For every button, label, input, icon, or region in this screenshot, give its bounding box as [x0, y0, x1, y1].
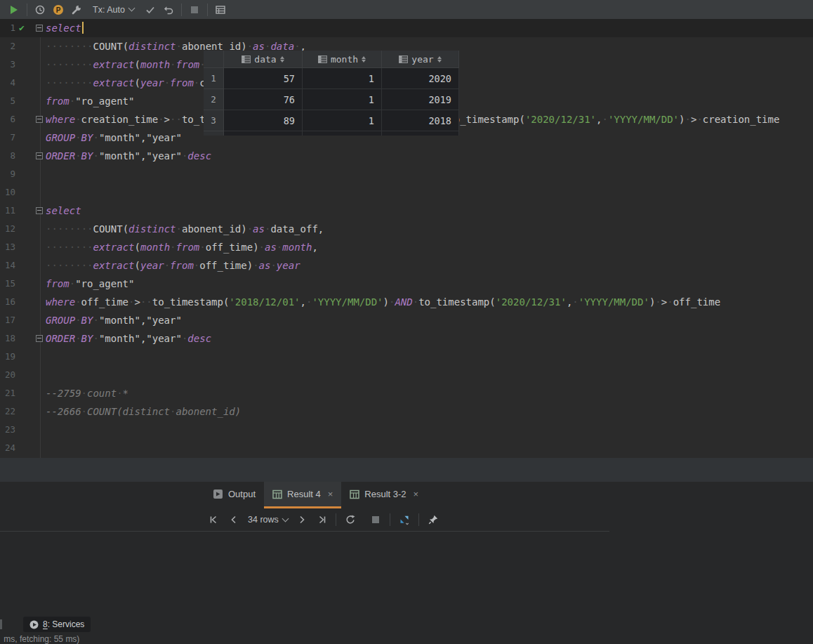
- last-page-button[interactable]: [312, 511, 331, 528]
- stop-query-button[interactable]: [366, 511, 385, 528]
- fold-marker-icon[interactable]: [36, 116, 43, 123]
- fold-marker-icon[interactable]: [36, 335, 43, 342]
- stop-button[interactable]: [185, 2, 204, 18]
- code-line-17[interactable]: 17GROUP·BY·"month","year": [0, 311, 813, 329]
- column-label: data: [254, 54, 276, 65]
- cell-month[interactable]: 1: [303, 68, 382, 89]
- fold-marker-icon[interactable]: [36, 25, 43, 32]
- line-number: 19: [0, 348, 15, 366]
- cell-year[interactable]: 2018: [382, 110, 459, 131]
- code-line-14[interactable]: 14········extract(year·from·off_time)·as…: [0, 256, 813, 275]
- line-number: 5: [0, 92, 15, 110]
- status-message: ms, fetching: 55 ms): [1, 634, 79, 644]
- editor-panel-splitter[interactable]: [0, 458, 813, 482]
- run-button[interactable]: [5, 2, 23, 18]
- toolbar-separator: [207, 4, 208, 16]
- rollback-icon: [163, 4, 174, 15]
- cell-month[interactable]: 1: [303, 89, 382, 110]
- toolbar-separator: [390, 513, 390, 526]
- line-number: 16: [0, 293, 15, 311]
- code-text: --2666·COUNT(distinct·abonent_id): [46, 402, 241, 421]
- line-number: 3: [0, 55, 15, 74]
- close-icon[interactable]: ×: [328, 489, 333, 499]
- code-text: ········extract(year·from·off_time)·as·y…: [46, 256, 300, 275]
- cell-year[interactable]: 2019: [382, 89, 459, 110]
- cell-year[interactable]: 2020: [382, 68, 459, 89]
- code-line-11[interactable]: 11select: [0, 202, 813, 220]
- code-line-10[interactable]: 10: [0, 183, 813, 202]
- history-button[interactable]: [31, 2, 49, 18]
- reload-data-button[interactable]: [341, 511, 360, 528]
- tab-label: Result 3-2: [364, 489, 406, 499]
- toolbar-separator: [181, 4, 182, 16]
- run-toolbar: P Tx: Auto: [0, 0, 813, 19]
- header-row: datamonthyear: [204, 51, 459, 68]
- line-number: 2: [0, 37, 15, 55]
- settings-button[interactable]: [67, 2, 86, 18]
- stop-icon: [189, 4, 200, 15]
- tab-result-4[interactable]: Result 4×: [264, 482, 341, 508]
- row-number[interactable]: 2: [204, 89, 224, 110]
- code-line-24[interactable]: 24: [0, 439, 813, 457]
- previous-page-button[interactable]: [224, 511, 244, 528]
- tab-result-3-2[interactable]: Result 3-2×: [341, 482, 427, 508]
- next-page-button[interactable]: [292, 511, 312, 528]
- code-line-16[interactable]: 16where·off_time·>··to_timestamp('2018/1…: [0, 293, 813, 311]
- line-number: 14: [0, 256, 15, 275]
- code-line-12[interactable]: 12········COUNT(distinct·abonent_id)·as·…: [0, 220, 813, 238]
- line-number: 20: [0, 366, 15, 384]
- chevron-down-icon: [282, 515, 289, 522]
- fold-marker-icon[interactable]: [36, 207, 43, 214]
- code-line-21[interactable]: 21--2759·count·*: [0, 384, 813, 402]
- code-line-9[interactable]: 9: [0, 165, 813, 183]
- tab-output[interactable]: Output: [204, 482, 264, 508]
- row-number-header: [204, 51, 224, 68]
- row-number[interactable]: 1: [204, 68, 224, 89]
- code-text: from·"ro_agent": [46, 92, 134, 110]
- tx-mode-dropdown[interactable]: Tx: Auto: [93, 5, 134, 15]
- code-line-18[interactable]: 18ORDER·BY·"month","year"·desc: [0, 329, 813, 348]
- line-number: 18: [0, 329, 15, 348]
- previous-page-icon: [228, 514, 239, 525]
- first-page-button[interactable]: [204, 511, 224, 528]
- toolbar-underline: [0, 531, 609, 532]
- cell-data[interactable]: 76: [224, 89, 303, 110]
- cell-data[interactable]: 89: [224, 110, 303, 131]
- code-line-1[interactable]: 1✔select: [0, 19, 813, 37]
- output-console-button[interactable]: [211, 2, 230, 18]
- page-size-dropdown[interactable]: 34 rows: [248, 515, 288, 525]
- code-line-19[interactable]: 19: [0, 348, 813, 366]
- line-number: 17: [0, 311, 15, 329]
- code-line-20[interactable]: 20: [0, 366, 813, 384]
- close-icon[interactable]: ×: [414, 489, 419, 499]
- column-header-data[interactable]: data: [224, 51, 303, 68]
- column-header-month[interactable]: month: [303, 51, 382, 68]
- rollback-button[interactable]: [159, 2, 178, 18]
- line-number: 8: [0, 147, 15, 165]
- compare-data-button[interactable]: [395, 511, 414, 528]
- line-number: 1: [0, 19, 15, 37]
- last-page-icon: [316, 514, 327, 525]
- code-line-23[interactable]: 23: [0, 421, 813, 439]
- services-tool-window-button[interactable]: 8: Services: [23, 617, 91, 632]
- first-page-icon: [209, 514, 220, 525]
- fold-marker-icon[interactable]: [36, 152, 43, 159]
- tab-label: Result 4: [287, 489, 321, 499]
- column-label: month: [331, 54, 358, 65]
- code-line-22[interactable]: 22--2666·COUNT(distinct·abonent_id): [0, 402, 813, 421]
- svg-text:P: P: [56, 6, 61, 13]
- cell-data[interactable]: 57: [224, 68, 303, 89]
- row-number[interactable]: 3: [204, 110, 224, 131]
- console-db-button[interactable]: P: [49, 2, 67, 18]
- column-header-year[interactable]: year: [382, 51, 459, 68]
- pin-tab-button[interactable]: [423, 511, 443, 528]
- result-grid: datamonthyear157120202761201938912018: [204, 51, 459, 136]
- line-number: 4: [0, 74, 15, 92]
- commit-button[interactable]: [141, 2, 159, 18]
- results-tab-bar: OutputResult 4×Result 3-2×: [204, 482, 427, 508]
- cell-month[interactable]: 1: [303, 110, 382, 131]
- code-line-13[interactable]: 13········extract(month·from·off_time)·a…: [0, 238, 813, 256]
- services-run-icon: [29, 620, 39, 629]
- code-line-8[interactable]: 8ORDER·BY·"month","year"·desc: [0, 147, 813, 165]
- code-line-15[interactable]: 15from·"ro_agent": [0, 275, 813, 293]
